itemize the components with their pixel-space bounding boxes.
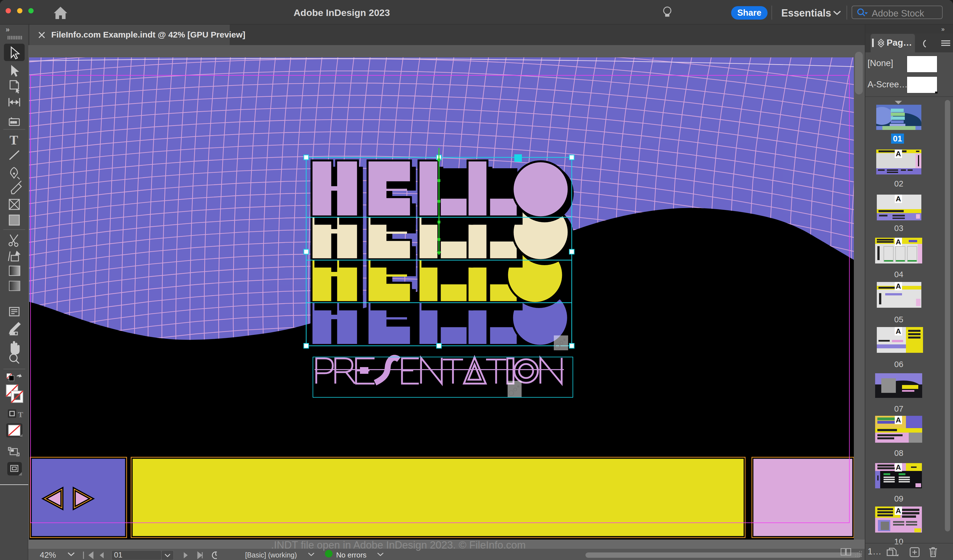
svg-text:T: T — [18, 410, 23, 419]
svg-text:T: T — [9, 133, 18, 147]
svg-text:»: » — [6, 25, 9, 34]
